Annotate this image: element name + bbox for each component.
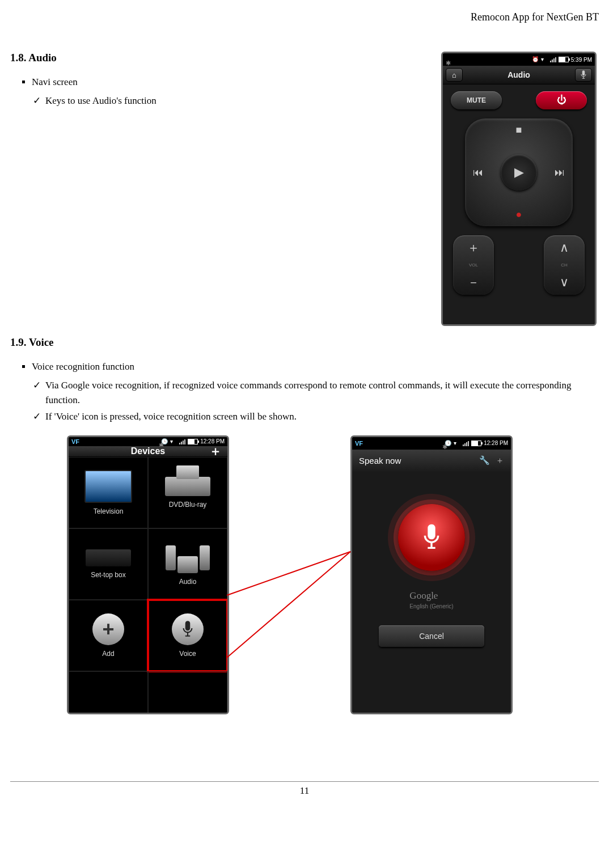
audio-subbullet: Keys to use Audio's function <box>45 94 430 108</box>
device-label: Set-top box <box>91 571 125 579</box>
device-audio[interactable]: Audio <box>148 528 227 600</box>
battery-icon <box>188 439 198 444</box>
screen-title: Speak now <box>359 456 401 465</box>
dvd-icon <box>165 477 210 496</box>
speaknow-screenshot: VF 🕓 ▾ 12:28 PM Speak now 🔧 ＋ <box>350 435 513 714</box>
status-bar: VF 🕓 ▾ 12:28 PM <box>352 437 511 450</box>
mic-icon <box>172 613 204 645</box>
device-voice[interactable]: Voice <box>148 600 227 671</box>
listening-indicator <box>398 504 465 571</box>
audio-icon <box>165 543 210 573</box>
audio-heading: 1.8. Audio <box>10 52 430 64</box>
battery-icon <box>559 57 569 62</box>
audio-titlebar: ⌂ Audio <box>443 66 595 84</box>
svg-line-10 <box>227 552 350 658</box>
signal-icon <box>550 57 556 62</box>
battery-icon <box>471 441 481 446</box>
device-label: Audio <box>179 578 197 586</box>
vol-label: VOL <box>469 260 478 270</box>
add-button[interactable]: ＋ <box>496 455 504 466</box>
google-label: Google <box>409 590 438 601</box>
devices-titlebar: Devices ＋ <box>69 446 227 457</box>
empty-cell <box>69 671 148 714</box>
wifi-icon: ▾ <box>170 438 177 445</box>
devices-screenshot: VF 🕓 ▾ 12:28 PM Devices ＋ Television DVD… <box>67 435 229 714</box>
stop-button[interactable]: ■ <box>516 124 522 136</box>
carrier-icon: VF <box>71 438 79 445</box>
status-bar: ⏰ ▾ 5:39 PM <box>443 53 595 66</box>
doc-header: Remocon App for NextGen BT <box>10 11 599 23</box>
voice-sub1: Via Google voice recognition, if recogni… <box>45 378 599 407</box>
page-number: 11 <box>300 785 309 796</box>
prev-button[interactable]: ⏮ <box>473 167 483 179</box>
volume-rocker: ＋ VOL － <box>453 235 494 295</box>
record-button[interactable]: ● <box>516 209 522 221</box>
device-label: Voice <box>179 650 196 658</box>
voice-bullet: Voice recognition function <box>32 361 599 372</box>
page-footer: 11 <box>10 781 599 797</box>
voice-sub2: If 'Voice' icon is pressed, voice recogn… <box>45 409 599 424</box>
add-icon: + <box>92 613 124 645</box>
audio-bullet: Navi screen <box>32 77 430 88</box>
device-label: Television <box>94 507 124 515</box>
voice-figure: VF 🕓 ▾ 12:28 PM Devices ＋ Television DVD… <box>10 435 599 719</box>
device-television[interactable]: Television <box>69 457 148 528</box>
tv-icon <box>84 470 132 503</box>
settings-icon[interactable]: 🔧 <box>479 455 490 466</box>
device-add[interactable]: + Add <box>69 600 148 671</box>
wifi-icon: ▾ <box>541 56 548 63</box>
signal-icon <box>179 439 185 444</box>
screen-title: Devices <box>131 446 166 456</box>
play-button[interactable]: ▶ <box>501 154 537 190</box>
vol-down-button[interactable]: － <box>453 270 494 295</box>
channel-rocker: ∧ CH ∨ <box>544 235 585 295</box>
mute-button[interactable]: MUTE <box>451 91 502 109</box>
svg-rect-3 <box>185 621 191 630</box>
screen-title: Audio <box>508 70 530 79</box>
voice-heading: 1.9. Voice <box>10 336 599 349</box>
vol-up-button[interactable]: ＋ <box>453 235 494 260</box>
power-button[interactable]: ⏻ <box>536 91 587 109</box>
section-audio: 1.8. Audio Navi screen Keys to use Audio… <box>10 52 599 326</box>
carrier-icon: VF <box>355 440 363 447</box>
ch-label: CH <box>561 260 568 270</box>
mic-icon <box>420 522 443 553</box>
empty-cell <box>148 671 227 714</box>
mic-icon <box>580 70 587 80</box>
ch-down-button[interactable]: ∨ <box>544 270 585 295</box>
audio-remote-screenshot: ⏰ ▾ 5:39 PM ⌂ Audio MUTE ⏻ <box>441 52 597 326</box>
status-time: 12:28 PM <box>484 440 508 446</box>
speak-titlebar: Speak now 🔧 ＋ <box>352 450 511 472</box>
google-branding: Google English (Generic) <box>409 590 453 609</box>
language-label: English (Generic) <box>409 603 453 609</box>
alarm-icon: ⏰ <box>532 56 539 63</box>
status-time: 5:39 PM <box>571 57 592 63</box>
device-settopbox[interactable]: Set-top box <box>69 528 148 600</box>
home-button[interactable]: ⌂ <box>446 68 463 82</box>
stb-icon <box>86 549 131 566</box>
svg-line-9 <box>227 552 350 595</box>
device-dvd[interactable]: DVD/Blu-ray <box>148 457 227 528</box>
signal-icon <box>463 441 469 446</box>
svg-rect-0 <box>582 70 585 75</box>
voice-button[interactable] <box>575 68 592 82</box>
wifi-icon: ▾ <box>454 440 460 447</box>
device-label: Add <box>102 650 114 658</box>
cancel-button[interactable]: Cancel <box>379 625 484 647</box>
ch-up-button[interactable]: ∧ <box>544 235 585 260</box>
next-button[interactable]: ⏭ <box>555 167 565 179</box>
status-bar: VF 🕓 ▾ 12:28 PM <box>69 437 227 446</box>
device-label: DVD/Blu-ray <box>169 501 207 509</box>
svg-rect-6 <box>428 524 435 539</box>
transport-pad: ■ ⏮ ▶ ⏭ ● <box>465 118 573 226</box>
